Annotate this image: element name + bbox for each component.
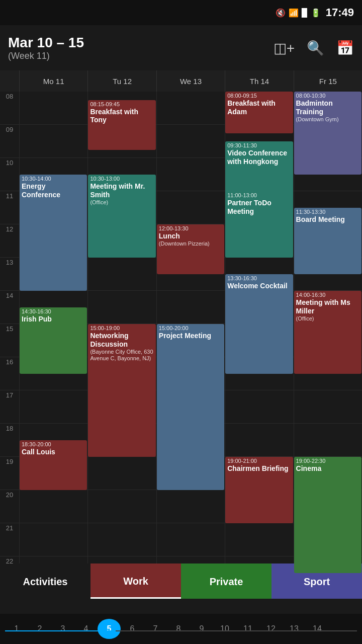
week-num-3[interactable]: 3 — [51, 619, 74, 639]
event-time-e10: 13:30-16:30 — [227, 275, 291, 282]
search-button[interactable]: 🔍 — [307, 40, 324, 56]
event-e13[interactable]: 15:00-19:00Networking Discussion(Bayonne… — [88, 324, 155, 457]
wifi-icon: 📶 — [289, 8, 299, 18]
time-label-18: 18 — [0, 424, 19, 456]
event-title-e3: Breakfast with Adam — [227, 99, 291, 116]
calendar-grid: 08091011121314151617181920212208:15-09:4… — [0, 92, 362, 590]
week-num-13[interactable]: 13 — [283, 619, 306, 639]
add-event-button[interactable]: ◫+ — [274, 40, 295, 56]
week-num-14[interactable]: 14 — [306, 619, 329, 639]
day-cell-tu-21[interactable] — [87, 523, 156, 556]
day-cell-we-09[interactable] — [156, 125, 225, 157]
event-title-e10: Welcome Cocktail — [227, 282, 291, 290]
day-cell-fr-17[interactable] — [294, 390, 362, 423]
event-sub-e7: (Downtown Pizzeria) — [159, 240, 222, 247]
day-cell-we-21[interactable] — [156, 523, 225, 556]
event-time-e3: 08:00-09:15 — [227, 93, 291, 99]
week-num-12[interactable]: 12 — [259, 619, 283, 639]
event-time-e17: 19:00-22:30 — [296, 458, 359, 464]
day-cell-we-08[interactable] — [156, 92, 225, 124]
event-sub-e4: (Downtown Gym) — [296, 116, 359, 123]
tab-private[interactable]: Private — [181, 564, 272, 599]
day-cell-th-17[interactable] — [225, 390, 293, 423]
event-e12[interactable]: 14:30-16:30Irish Pub — [20, 307, 87, 374]
time-label-17: 17 — [0, 390, 19, 423]
day-cell-we-14[interactable] — [156, 291, 225, 324]
time-label-20: 20 — [0, 490, 19, 523]
day-cell-we-10[interactable] — [156, 158, 225, 191]
week-indicator: 1234567891011121314 — [0, 614, 362, 644]
day-cell-mo-20[interactable] — [19, 490, 87, 523]
event-e7[interactable]: 12:00-13:30Lunch(Downtown Pizzeria) — [157, 224, 224, 274]
event-sub-e6: (Office) — [90, 199, 153, 206]
event-e16[interactable]: 19:00-21:00Chairmen Briefing — [225, 457, 293, 523]
event-e14[interactable]: 15:00-20:00Project Meeting — [157, 324, 224, 490]
day-cell-th-18[interactable] — [225, 424, 293, 456]
event-e1[interactable]: 08:15-09:45Breakfast with Tony — [88, 100, 155, 150]
event-time-e1: 08:15-09:45 — [90, 101, 153, 108]
event-time-e16: 19:00-21:00 — [227, 458, 291, 464]
week-number-subtitle: (Week 11) — [8, 51, 84, 61]
calendar-view-button[interactable]: 📅 — [336, 40, 354, 56]
header-actions: ◫+ 🔍 📅 — [274, 40, 354, 56]
status-bar: 🔇 📶 ▉ 🔋 17:49 — [0, 0, 362, 25]
signal-icon: ▉ — [302, 8, 308, 18]
day-cell-th-21[interactable] — [225, 523, 293, 556]
day-cell-mo-09[interactable] — [19, 125, 87, 157]
day-cell-tu-13[interactable] — [87, 258, 156, 290]
header: Mar 10 – 15 (Week 11) ◫+ 🔍 📅 — [0, 25, 362, 70]
day-cell-fr-18[interactable] — [294, 424, 362, 456]
day-cell-mo-17[interactable] — [19, 390, 87, 423]
day-cell-we-11[interactable] — [156, 191, 225, 224]
week-num-10[interactable]: 10 — [213, 619, 236, 639]
calendar-scroll: 08091011121314151617181920212208:15-09:4… — [0, 92, 362, 595]
day-cell-tu-19[interactable] — [87, 457, 156, 490]
event-e15[interactable]: 18:30-20:00Call Louis — [20, 440, 87, 490]
day-cell-mo-21[interactable] — [19, 523, 87, 556]
event-e8[interactable]: 11:00-13:00Partner ToDo Meeting — [225, 191, 293, 258]
week-num-6[interactable]: 6 — [121, 619, 144, 639]
day-cell-tu-14[interactable] — [87, 291, 156, 324]
status-icons: 🔇 📶 ▉ 🔋 — [276, 8, 321, 18]
event-title-e1: Breakfast with Tony — [90, 108, 153, 125]
week-num-5[interactable]: 5 — [98, 619, 121, 639]
time-label-11: 11 — [0, 191, 19, 224]
week-num-4[interactable]: 4 — [74, 619, 98, 639]
time-label-10: 10 — [0, 158, 19, 191]
day-header-tu: Tu 12 — [87, 70, 156, 92]
tab-work[interactable]: Work — [90, 564, 181, 599]
event-sub-e11: (Office) — [296, 315, 359, 322]
event-e10[interactable]: 13:30-16:30Welcome Cocktail — [225, 274, 293, 374]
day-cell-mo-08[interactable] — [19, 92, 87, 124]
event-e9[interactable]: 11:30-13:30Board Meeting — [294, 208, 361, 274]
week-num-7[interactable]: 7 — [144, 619, 167, 639]
event-e4[interactable]: 08:00-10:30Badminton Training(Downtown G… — [294, 92, 361, 175]
event-e5[interactable]: 10:30-14:00Energy Conference — [20, 175, 87, 291]
week-line-active — [5, 630, 116, 631]
day-header-th: Th 14 — [225, 70, 293, 92]
day-cell-tu-20[interactable] — [87, 490, 156, 523]
status-time: 17:49 — [326, 6, 354, 19]
event-time-e15: 18:30-20:00 — [22, 441, 85, 448]
event-time-e11: 14:00-16:30 — [296, 292, 359, 298]
event-title-e17: Cinema — [296, 464, 359, 473]
week-num-8[interactable]: 8 — [167, 619, 190, 639]
week-num-9[interactable]: 9 — [190, 619, 213, 639]
event-time-e2: 09:30-11:30 — [227, 142, 291, 149]
event-time-e14: 15:00-20:00 — [159, 325, 222, 332]
time-label-09: 09 — [0, 125, 19, 157]
event-e11[interactable]: 14:00-16:30Meeting with Ms Miller(Office… — [294, 291, 361, 374]
week-num-1[interactable]: 1 — [5, 619, 28, 639]
event-time-e5: 10:30-14:00 — [22, 176, 85, 182]
tab-activities[interactable]: Activities — [0, 564, 90, 599]
week-num-11[interactable]: 11 — [236, 619, 259, 639]
event-e3[interactable]: 08:00-09:15Breakfast with Adam — [225, 92, 293, 133]
event-title-e4: Badminton Training — [296, 99, 359, 116]
day-cell-we-20[interactable] — [156, 490, 225, 523]
time-label-21: 21 — [0, 523, 19, 556]
event-e17[interactable]: 19:00-22:30Cinema — [294, 457, 361, 573]
time-label-16: 16 — [0, 357, 19, 390]
week-num-2[interactable]: 2 — [28, 619, 51, 639]
event-e6[interactable]: 10:30-13:00Meeting with Mr. Smith(Office… — [88, 175, 155, 258]
day-header-row: Mo 11 Tu 12 We 13 Th 14 Fr 15 — [0, 70, 362, 92]
